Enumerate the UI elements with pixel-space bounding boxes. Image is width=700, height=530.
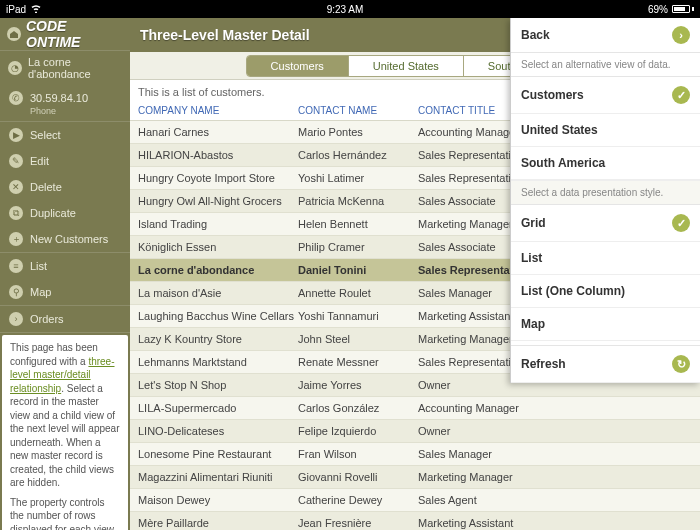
popover-item-label: List (One Column) xyxy=(521,284,690,298)
sidebar-item-label: Delete xyxy=(30,181,62,193)
check-icon: ✓ xyxy=(672,86,690,104)
tab-customers[interactable]: Customers xyxy=(247,56,349,76)
cell-contact: Felipe Izquierdo xyxy=(298,425,418,437)
popover-style-item[interactable]: List xyxy=(511,242,700,275)
cell-title: Sales Manager xyxy=(418,448,692,460)
battery-percent: 69% xyxy=(648,4,668,15)
popover-item-label: United States xyxy=(521,123,690,137)
cell-title: Marketing Assistant xyxy=(418,517,692,529)
cell-company: Laughing Bacchus Wine Cellars xyxy=(138,310,298,322)
table-row[interactable]: LINO-DelicatesesFelipe IzquierdoOwner xyxy=(130,420,700,443)
popover-back[interactable]: Back › xyxy=(511,18,700,53)
wifi-icon xyxy=(30,3,42,15)
table-row[interactable]: Maison DeweyCatherine DeweySales Agent xyxy=(130,489,700,512)
cell-company: LINO-Delicateses xyxy=(138,425,298,437)
sidebar-view-list[interactable]: ≡ List xyxy=(0,253,130,279)
play-icon: ▶ xyxy=(8,127,24,143)
copy-icon: ⧉ xyxy=(8,205,24,221)
cell-company: Lehmanns Marktstand xyxy=(138,356,298,368)
cell-contact: Catherine Dewey xyxy=(298,494,418,506)
popover-refresh[interactable]: Refresh ↻ xyxy=(511,345,700,383)
popover-item-label: Customers xyxy=(521,88,672,102)
cell-contact: Yoshi Latimer xyxy=(298,172,418,184)
check-icon: ✓ xyxy=(672,214,690,232)
sidebar-item-label: Orders xyxy=(30,313,64,325)
cell-contact: Carlos González xyxy=(298,402,418,414)
cell-contact: Helen Bennett xyxy=(298,218,418,230)
popover-item-label: List xyxy=(521,251,690,265)
table-row[interactable]: Lonesome Pine RestaurantFran WilsonSales… xyxy=(130,443,700,466)
popover-view-item[interactable]: Customers✓ xyxy=(511,77,700,114)
cell-company: Hanari Carnes xyxy=(138,126,298,138)
sidebar: CODE ONTIME ◔ La corne d'abondance ✆ 30.… xyxy=(0,18,130,530)
popover-item-label: Grid xyxy=(521,216,672,230)
cell-contact: Carlos Hernández xyxy=(298,149,418,161)
cell-company: Königlich Essen xyxy=(138,241,298,253)
cell-contact: Jean Fresnière xyxy=(298,517,418,529)
cell-contact: Giovanni Rovelli xyxy=(298,471,418,483)
cell-company: Hungry Owl All-Night Grocers xyxy=(138,195,298,207)
cell-contact: Renate Messner xyxy=(298,356,418,368)
cell-title: Owner xyxy=(418,425,692,437)
cell-company: La maison d'Asie xyxy=(138,287,298,299)
cell-title: Accounting Manager xyxy=(418,402,692,414)
sidebar-item-label: New Customers xyxy=(30,233,108,245)
sidebar-record[interactable]: ◔ La corne d'abondance xyxy=(0,51,130,85)
sidebar-item-label: Map xyxy=(30,286,51,298)
device-label: iPad xyxy=(6,4,26,15)
main-content: Three-Level Master Detail CustomersUnite… xyxy=(130,18,700,530)
pencil-icon: ✎ xyxy=(8,153,24,169)
popover-view-item[interactable]: South America xyxy=(511,147,700,180)
cell-contact: John Steel xyxy=(298,333,418,345)
sidebar-item-duplicate[interactable]: ⧉ Duplicate xyxy=(0,200,130,226)
tab-united-states[interactable]: United States xyxy=(349,56,464,76)
cell-company: Hungry Coyote Import Store xyxy=(138,172,298,184)
sidebar-item-edit[interactable]: ✎ Edit xyxy=(0,148,130,174)
table-row[interactable]: Magazzini Alimentari RiunitiGiovanni Rov… xyxy=(130,466,700,489)
sidebar-server[interactable]: ✆ 30.59.84.10 xyxy=(0,85,130,106)
brand-label: CODE ONTIME xyxy=(26,18,124,50)
sidebar-item-new[interactable]: ＋ New Customers xyxy=(0,226,130,252)
col-company[interactable]: COMPANY NAME xyxy=(138,105,298,116)
cell-contact: Jaime Yorres xyxy=(298,379,418,391)
popover-item-label: Map xyxy=(521,317,690,331)
popover-back-label: Back xyxy=(521,28,672,42)
cell-title: Sales Agent xyxy=(418,494,692,506)
sidebar-record-label: La corne d'abondance xyxy=(28,56,122,80)
sidebar-item-label: List xyxy=(30,260,47,272)
popover-item-label: South America xyxy=(521,156,690,170)
brand-header[interactable]: CODE ONTIME xyxy=(0,18,130,50)
cell-title: Marketing Manager xyxy=(418,471,692,483)
cell-company: Maison Dewey xyxy=(138,494,298,506)
sidebar-view-map[interactable]: ⚲ Map xyxy=(0,279,130,305)
list-icon: ≡ xyxy=(8,258,24,274)
table-row[interactable]: LILA-SupermercadoCarlos GonzálezAccounti… xyxy=(130,397,700,420)
home-icon xyxy=(6,26,22,42)
popover-caption: Select an alternative view of data. xyxy=(511,53,700,77)
cell-contact: Philip Cramer xyxy=(298,241,418,253)
arrow-right-icon: › xyxy=(672,26,690,44)
refresh-icon: ↻ xyxy=(672,355,690,373)
popover-caption: Select a data presentation style. xyxy=(511,180,700,205)
cell-company: LILA-Supermercado xyxy=(138,402,298,414)
popover-view-item[interactable]: United States xyxy=(511,114,700,147)
phone-icon: ✆ xyxy=(8,90,24,106)
clock-icon: ◔ xyxy=(8,60,22,76)
sidebar-server-sub: Phone xyxy=(0,106,130,121)
cell-contact: Mario Pontes xyxy=(298,126,418,138)
cell-contact: Yoshi Tannamuri xyxy=(298,310,418,322)
sidebar-item-select[interactable]: ▶ Select xyxy=(0,122,130,148)
cell-contact: Patricia McKenna xyxy=(298,195,418,207)
sidebar-item-label: Select xyxy=(30,129,61,141)
cell-company: Magazzini Alimentari Riuniti xyxy=(138,471,298,483)
popover-style-item[interactable]: Map xyxy=(511,308,700,341)
col-contact[interactable]: CONTACT NAME xyxy=(298,105,418,116)
table-row[interactable]: Mère PaillardeJean FresnièreMarketing As… xyxy=(130,512,700,530)
cell-company: Lonesome Pine Restaurant xyxy=(138,448,298,460)
cell-company: Mère Paillarde xyxy=(138,517,298,529)
popover-style-item[interactable]: List (One Column) xyxy=(511,275,700,308)
sidebar-item-delete[interactable]: ✕ Delete xyxy=(0,174,130,200)
sidebar-orders[interactable]: › Orders xyxy=(0,306,130,332)
popover-style-item[interactable]: Grid✓ xyxy=(511,205,700,242)
cell-company: Lazy K Kountry Store xyxy=(138,333,298,345)
